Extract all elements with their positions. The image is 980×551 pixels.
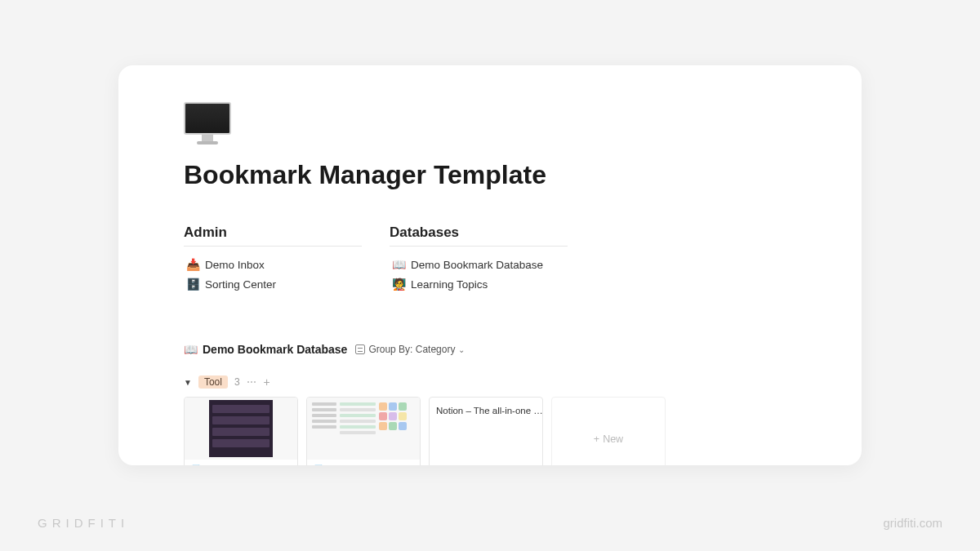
- board-view-icon: [355, 344, 365, 354]
- document-icon: 📄: [191, 464, 203, 465]
- cabinet-icon: 🗄️: [185, 278, 200, 291]
- link-label: Demo Bookmark Database: [411, 259, 543, 271]
- desktop-computer-icon: [184, 102, 231, 148]
- page-content: Bookmark Manager Template Admin 📥 Demo I…: [118, 65, 862, 465]
- link-learning-topics[interactable]: 🧑‍🏫 Learning Topics: [390, 274, 568, 294]
- page-title[interactable]: Bookmark Manager Template: [184, 160, 796, 190]
- new-card-label: New: [603, 433, 623, 445]
- card-thumbnail: [185, 398, 297, 460]
- page-icon[interactable]: [184, 101, 231, 149]
- card-title: Work hub | Qatalog: [328, 465, 409, 466]
- database-section: 📖 Demo Bookmark Database Group By: Categ…: [184, 343, 796, 465]
- new-card-button[interactable]: + New: [551, 397, 666, 465]
- inbox-icon: 📥: [185, 258, 200, 271]
- brand-url: gridfiti.com: [883, 516, 942, 530]
- group-count: 3: [234, 376, 240, 388]
- link-demo-inbox[interactable]: 📥 Demo Inbox: [184, 255, 362, 274]
- column-heading-admin[interactable]: Admin: [184, 224, 362, 247]
- link-label: Demo Inbox: [205, 259, 265, 271]
- card-title: Notion – The all-in-one …: [436, 406, 542, 415]
- teacher-icon: 🧑‍🏫: [391, 278, 406, 291]
- card-title: Motion: Manage cale…: [206, 465, 297, 466]
- column-admin: Admin 📥 Demo Inbox 🗄️ Sorting Center: [184, 224, 362, 294]
- link-label: Sorting Center: [205, 278, 276, 291]
- app-window: Bookmark Manager Template Admin 📥 Demo I…: [118, 65, 862, 465]
- card-thumbnail: [307, 398, 420, 460]
- column-databases: Databases 📖 Demo Bookmark Database 🧑‍🏫 L…: [390, 224, 568, 294]
- group-by-label: Group By: Category: [368, 344, 455, 355]
- document-icon: 📄: [314, 464, 325, 465]
- chevron-down-icon: ⌄: [458, 345, 465, 354]
- db-card-motion[interactable]: 📄 Motion: Manage cale…: [184, 397, 298, 465]
- db-card-notion[interactable]: Notion – The all-in-one …: [429, 397, 543, 465]
- book-icon: 📖: [184, 343, 198, 356]
- group-header-row: ▼ Tool 3 ⋯ +: [184, 375, 796, 389]
- brand-wordmark: GRIDFITI: [38, 516, 129, 530]
- db-card-qatalog[interactable]: 📄 Work hub | Qatalog: [306, 397, 421, 465]
- book-icon: 📖: [391, 258, 406, 271]
- group-tag[interactable]: Tool: [198, 375, 228, 389]
- group-by-selector[interactable]: Group By: Category ⌄: [355, 344, 465, 355]
- group-add-button[interactable]: +: [264, 375, 270, 389]
- database-title-link[interactable]: 📖 Demo Bookmark Database: [184, 343, 347, 356]
- plus-icon: +: [594, 433, 599, 445]
- collapse-toggle-icon[interactable]: ▼: [184, 378, 192, 387]
- database-title: Demo Bookmark Database: [203, 343, 347, 356]
- columns-section: Admin 📥 Demo Inbox 🗄️ Sorting Center Dat…: [184, 224, 796, 294]
- link-sorting-center[interactable]: 🗄️ Sorting Center: [184, 274, 362, 294]
- link-label: Learning Topics: [411, 278, 488, 291]
- database-header: 📖 Demo Bookmark Database Group By: Categ…: [184, 343, 796, 356]
- link-demo-bookmark-db[interactable]: 📖 Demo Bookmark Database: [390, 255, 568, 274]
- column-heading-databases[interactable]: Databases: [390, 224, 568, 247]
- group-more-button[interactable]: ⋯: [247, 376, 257, 388]
- database-cards-row: 📄 Motion: Manage cale…: [184, 397, 796, 465]
